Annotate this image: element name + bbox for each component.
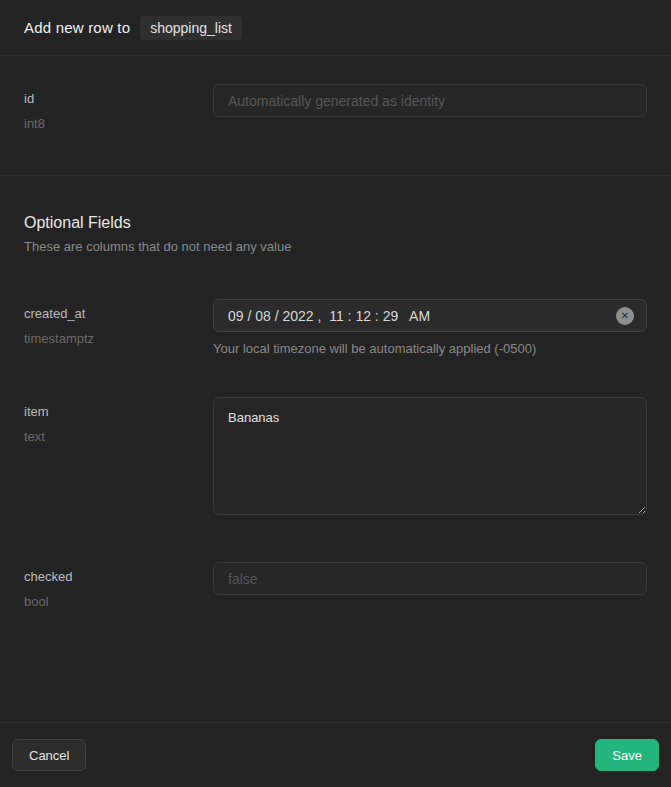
optional-fields-header: Optional Fields These are columns that d…	[0, 214, 671, 254]
field-label-created-at: created_at	[24, 306, 213, 321]
field-labels-created-at: created_at timestamptz	[24, 299, 213, 356]
field-control-item: Bananas	[213, 397, 647, 519]
created-at-datetime-value[interactable]: 09 / 08 / 2022 , 11 : 12 : 29 AM	[228, 308, 430, 324]
field-type-item: text	[24, 429, 213, 444]
panel-header: Add new row to shopping_list	[0, 0, 671, 56]
field-control-id	[213, 84, 647, 131]
field-type-checked: bool	[24, 594, 213, 609]
close-circle-icon: ✕	[621, 307, 629, 325]
field-labels-checked: checked bool	[24, 562, 213, 609]
field-labels-id: id int8	[24, 84, 213, 131]
id-input[interactable]	[213, 84, 647, 117]
field-type-created-at: timestamptz	[24, 331, 213, 346]
timezone-helper-text: Your local timezone will be automaticall…	[213, 341, 647, 356]
item-textarea[interactable]: Bananas	[213, 397, 647, 515]
field-row-item: item text Bananas	[0, 397, 671, 519]
field-type-id: int8	[24, 116, 213, 131]
field-control-checked	[213, 562, 647, 609]
field-row-id: id int8	[0, 84, 671, 131]
clear-datetime-button[interactable]: ✕	[616, 307, 634, 325]
optional-fields-heading: Optional Fields	[24, 214, 647, 232]
add-row-panel: Add new row to shopping_list id int8 Opt…	[0, 0, 671, 787]
panel-title: Add new row to	[24, 19, 130, 36]
checked-input[interactable]	[213, 562, 647, 595]
field-labels-item: item text	[24, 397, 213, 519]
field-control-created-at: 09 / 08 / 2022 , 11 : 12 : 29 AM ✕ Your …	[213, 299, 647, 356]
panel-footer: Cancel Save	[0, 722, 671, 787]
field-label-item: item	[24, 404, 213, 419]
required-fields-section: id int8	[0, 56, 671, 176]
created-at-datetime-input[interactable]: 09 / 08 / 2022 , 11 : 12 : 29 AM ✕	[213, 299, 647, 332]
cancel-button[interactable]: Cancel	[12, 739, 86, 771]
optional-fields-subheading: These are columns that do not need any v…	[24, 239, 647, 254]
save-button[interactable]: Save	[595, 739, 659, 771]
field-row-created-at: created_at timestamptz 09 / 08 / 2022 , …	[0, 299, 671, 356]
table-name-chip: shopping_list	[140, 16, 242, 40]
field-row-checked: checked bool	[0, 562, 671, 609]
field-label-id: id	[24, 91, 213, 106]
field-label-checked: checked	[24, 569, 213, 584]
